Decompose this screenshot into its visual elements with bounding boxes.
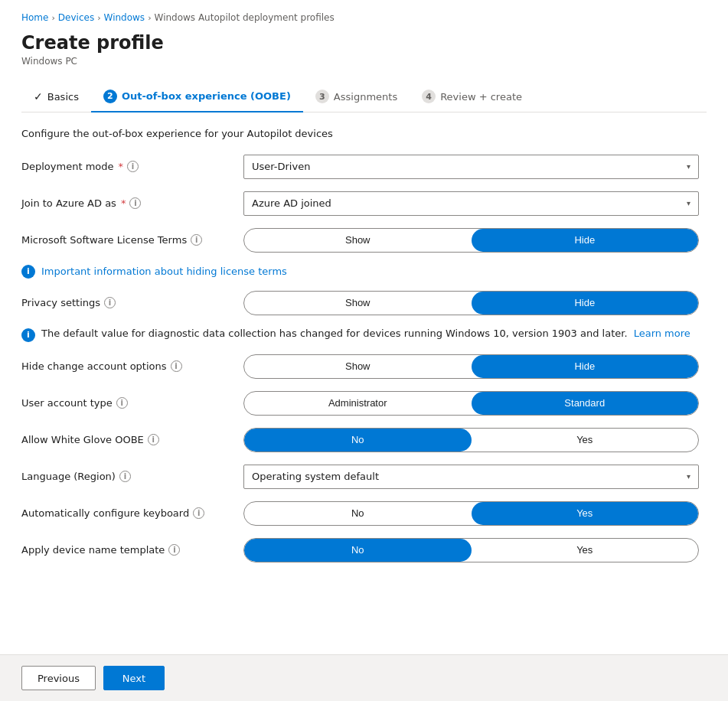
join-azure-control: Azure AD joined ▾ bbox=[243, 191, 699, 216]
deployment-mode-control: User-Driven ▾ bbox=[243, 155, 699, 179]
privacy-settings-show-btn[interactable]: Show bbox=[244, 292, 472, 315]
deployment-mode-chevron: ▾ bbox=[687, 162, 690, 171]
breadcrumb-sep-2: › bbox=[97, 13, 100, 23]
breadcrumb-home[interactable]: Home bbox=[21, 12, 48, 23]
tab-review-badge: 4 bbox=[422, 90, 436, 103]
auto-keyboard-info-icon[interactable]: i bbox=[193, 507, 204, 519]
language-region-row: Language (Region) i Operating system def… bbox=[21, 465, 707, 489]
auto-keyboard-control: No Yes bbox=[243, 501, 699, 526]
device-name-template-control: No Yes bbox=[243, 538, 699, 562]
breadcrumb: Home › Devices › Windows › Windows Autop… bbox=[21, 12, 707, 23]
tab-oobe-badge: 2 bbox=[103, 90, 117, 103]
hide-change-account-hide-btn[interactable]: Hide bbox=[472, 355, 699, 378]
tab-oobe[interactable]: 2 Out-of-box experience (OOBE) bbox=[91, 82, 303, 112]
join-azure-dropdown[interactable]: Azure AD joined ▾ bbox=[243, 191, 699, 216]
license-terms-control: Show Hide bbox=[243, 228, 699, 253]
license-terms-info-circle: i bbox=[21, 265, 35, 279]
auto-keyboard-label: Automatically configure keyboard i bbox=[21, 507, 243, 519]
user-account-type-standard-btn[interactable]: Standard bbox=[472, 392, 699, 415]
user-account-type-row: User account type i Administrator Standa… bbox=[21, 391, 707, 416]
white-glove-toggle: No Yes bbox=[243, 428, 699, 452]
privacy-settings-label: Privacy settings i bbox=[21, 297, 243, 308]
tab-basics-label: Basics bbox=[47, 91, 79, 103]
white-glove-info-icon[interactable]: i bbox=[148, 434, 159, 445]
license-terms-notice: i Important information about hiding lic… bbox=[21, 265, 707, 279]
user-account-type-admin-btn[interactable]: Administrator bbox=[244, 392, 472, 415]
footer: Previous Next bbox=[0, 654, 728, 701]
white-glove-yes-btn[interactable]: Yes bbox=[472, 429, 699, 452]
deployment-mode-info-icon[interactable]: i bbox=[127, 161, 139, 172]
white-glove-control: No Yes bbox=[243, 428, 699, 452]
privacy-notice: i The default value for diagnostic data … bbox=[21, 328, 707, 342]
device-name-template-label: Apply device name template i bbox=[21, 544, 243, 556]
language-region-chevron: ▾ bbox=[687, 472, 690, 481]
tab-review-label: Review + create bbox=[440, 91, 522, 103]
license-terms-hide-btn[interactable]: Hide bbox=[472, 229, 699, 252]
deployment-mode-required: * bbox=[119, 161, 124, 172]
deployment-mode-dropdown[interactable]: User-Driven ▾ bbox=[243, 155, 699, 179]
white-glove-label: Allow White Glove OOBE i bbox=[21, 434, 243, 445]
device-name-template-toggle: No Yes bbox=[243, 538, 699, 562]
section-description: Configure the out-of-box experience for … bbox=[21, 128, 707, 139]
privacy-settings-control: Show Hide bbox=[243, 291, 699, 315]
next-button[interactable]: Next bbox=[103, 666, 165, 690]
tab-basics[interactable]: ✓ Basics bbox=[21, 83, 91, 110]
device-name-template-row: Apply device name template i No Yes bbox=[21, 538, 707, 562]
join-azure-chevron: ▾ bbox=[687, 199, 690, 207]
tab-review[interactable]: 4 Review + create bbox=[410, 82, 534, 111]
page-wrapper: Home › Devices › Windows › Windows Autop… bbox=[0, 0, 728, 701]
page-title: Create profile bbox=[21, 32, 707, 54]
auto-keyboard-toggle: No Yes bbox=[243, 501, 699, 526]
user-account-type-control: Administrator Standard bbox=[243, 391, 699, 416]
privacy-settings-hide-btn[interactable]: Hide bbox=[472, 292, 699, 315]
hide-change-account-toggle: Show Hide bbox=[243, 354, 699, 379]
white-glove-no-btn[interactable]: No bbox=[244, 429, 472, 452]
breadcrumb-sep-1: › bbox=[51, 13, 54, 23]
join-azure-value: Azure AD joined bbox=[252, 197, 331, 209]
license-terms-info-icon[interactable]: i bbox=[191, 234, 202, 246]
breadcrumb-windows[interactable]: Windows bbox=[104, 12, 145, 23]
privacy-settings-info-icon[interactable]: i bbox=[104, 297, 116, 308]
previous-button[interactable]: Previous bbox=[21, 666, 96, 690]
privacy-notice-icon: i bbox=[21, 328, 35, 342]
language-region-value: Operating system default bbox=[252, 471, 379, 482]
hide-change-account-info-icon[interactable]: i bbox=[171, 360, 182, 372]
join-azure-label: Join to Azure AD as * i bbox=[21, 197, 243, 209]
deployment-mode-row: Deployment mode * i User-Driven ▾ bbox=[21, 155, 707, 179]
check-icon: ✓ bbox=[34, 90, 43, 103]
license-terms-toggle: Show Hide bbox=[243, 228, 699, 253]
join-azure-info-icon[interactable]: i bbox=[129, 197, 141, 209]
join-azure-row: Join to Azure AD as * i Azure AD joined … bbox=[21, 191, 707, 216]
license-terms-show-btn[interactable]: Show bbox=[244, 229, 472, 252]
deployment-mode-label: Deployment mode * i bbox=[21, 161, 243, 172]
device-name-template-no-btn[interactable]: No bbox=[244, 539, 472, 562]
language-region-control: Operating system default ▾ bbox=[243, 465, 699, 489]
license-terms-label: Microsoft Software License Terms i bbox=[21, 234, 243, 246]
hide-change-account-show-btn[interactable]: Show bbox=[244, 355, 472, 378]
privacy-settings-row: Privacy settings i Show Hide bbox=[21, 291, 707, 315]
tab-assignments[interactable]: 3 Assignments bbox=[303, 82, 410, 111]
user-account-type-toggle: Administrator Standard bbox=[243, 391, 699, 416]
language-region-dropdown[interactable]: Operating system default ▾ bbox=[243, 465, 699, 489]
deployment-mode-value: User-Driven bbox=[252, 161, 310, 172]
hide-change-account-row: Hide change account options i Show Hide bbox=[21, 354, 707, 379]
auto-keyboard-yes-btn[interactable]: Yes bbox=[472, 502, 699, 525]
tab-assignments-label: Assignments bbox=[334, 91, 397, 103]
breadcrumb-sep-3: › bbox=[148, 13, 151, 23]
auto-keyboard-no-btn[interactable]: No bbox=[244, 502, 472, 525]
auto-keyboard-row: Automatically configure keyboard i No Ye… bbox=[21, 501, 707, 526]
device-name-template-yes-btn[interactable]: Yes bbox=[472, 539, 699, 562]
hide-change-account-control: Show Hide bbox=[243, 354, 699, 379]
tab-assignments-badge: 3 bbox=[315, 90, 329, 103]
device-name-template-info-icon[interactable]: i bbox=[168, 544, 180, 556]
language-region-info-icon[interactable]: i bbox=[119, 471, 131, 482]
tabs-nav: ✓ Basics 2 Out-of-box experience (OOBE) … bbox=[21, 82, 707, 112]
privacy-notice-text: The default value for diagnostic data co… bbox=[41, 328, 690, 339]
white-glove-row: Allow White Glove OOBE i No Yes bbox=[21, 428, 707, 452]
breadcrumb-current: Windows Autopilot deployment profiles bbox=[155, 12, 335, 23]
user-account-type-info-icon[interactable]: i bbox=[116, 397, 128, 409]
license-terms-link[interactable]: Important information about hiding licen… bbox=[41, 266, 287, 277]
privacy-notice-link[interactable]: Learn more bbox=[634, 328, 690, 339]
breadcrumb-devices[interactable]: Devices bbox=[58, 12, 94, 23]
user-account-type-label: User account type i bbox=[21, 397, 243, 409]
